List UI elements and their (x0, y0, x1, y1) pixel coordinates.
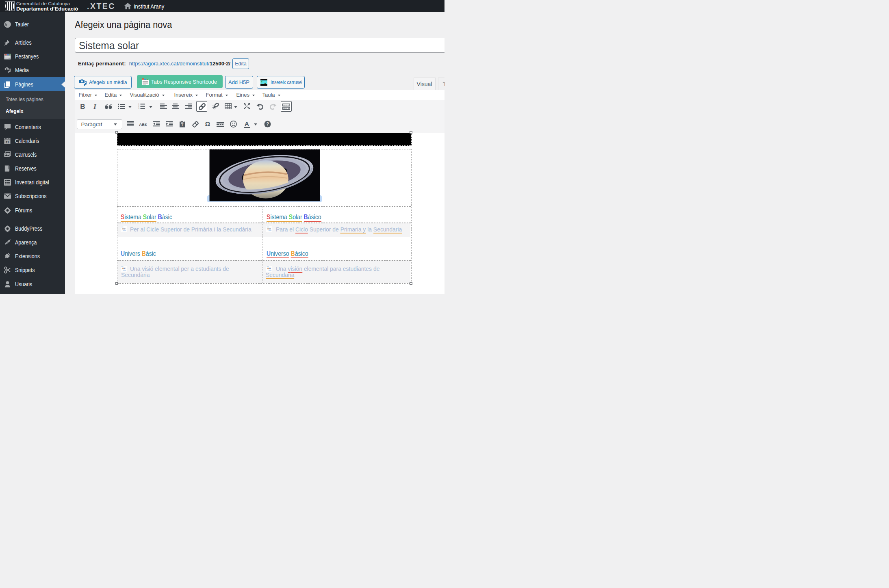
svg-text:3: 3 (138, 107, 139, 109)
svg-text:T: T (181, 123, 184, 127)
svg-text:31: 31 (6, 140, 9, 144)
svg-text:?: ? (266, 121, 269, 126)
